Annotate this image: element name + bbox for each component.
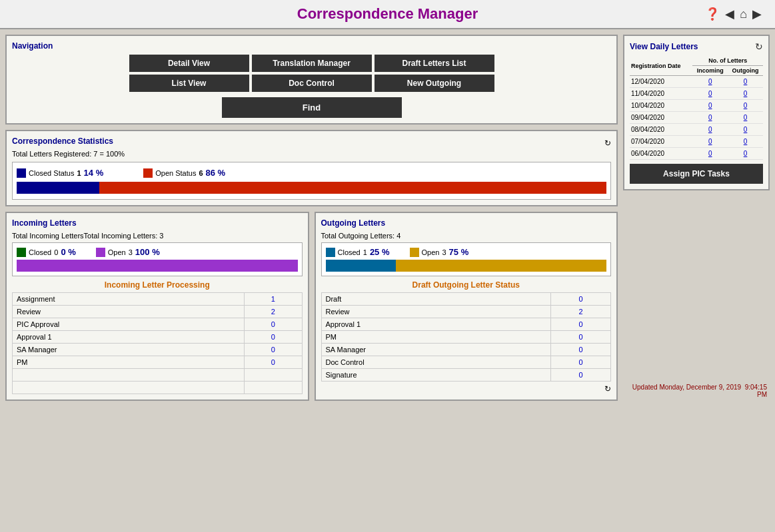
incoming-closed-count: 0: [54, 248, 58, 256]
outgoing-title: Outgoing Letters: [321, 218, 612, 228]
daily-table-header-row-1: Registration Date No. of Letters: [630, 56, 763, 66]
updated-text: Updated Monday, December 9, 2019 9:04:15…: [623, 381, 770, 401]
outgoing-refresh-icon[interactable]: ↻: [604, 384, 611, 394]
col-no-letters: No. of Letters: [692, 56, 763, 66]
detail-view-button[interactable]: Detail View: [129, 55, 249, 72]
daily-date: 08/04/2020: [630, 124, 692, 136]
doc-control-button[interactable]: Doc Control: [252, 75, 372, 92]
help-icon[interactable]: ❓: [705, 7, 720, 21]
incoming-row-empty: [13, 382, 303, 394]
daily-incoming[interactable]: 0: [692, 148, 728, 160]
incoming-row-empty: [13, 369, 303, 382]
stats-legend: Closed Status 1 14 % Open Status 6 86 %: [17, 168, 606, 178]
outgoing-row-label: Signature: [321, 369, 551, 382]
find-button[interactable]: Find: [222, 97, 402, 118]
incoming-row-value[interactable]: 1: [245, 293, 302, 306]
incoming-row-label: SA Manager: [13, 344, 245, 356]
draft-letters-list-button[interactable]: Draft Letters List: [375, 55, 494, 72]
outgoing-row-label: SA Manager: [321, 344, 551, 356]
daily-date: 12/04/2020: [630, 76, 692, 88]
statistics-section: Correspondence Statistics ↻ Total Letter…: [5, 130, 618, 206]
translation-manager-button[interactable]: Translation Manager: [252, 55, 372, 72]
daily-outgoing[interactable]: 0: [728, 76, 763, 88]
outgoing-total: Total Outgoing Letters: 4: [321, 232, 612, 240]
daily-table-row: 07/04/2020 0 0: [630, 136, 763, 148]
daily-outgoing[interactable]: 0: [728, 112, 763, 124]
outgoing-row-value[interactable]: 2: [551, 306, 611, 318]
outgoing-row: SA Manager 0: [321, 344, 611, 356]
incoming-processing-title: Incoming Letter Processing: [12, 280, 303, 290]
daily-incoming[interactable]: 0: [692, 112, 728, 124]
incoming-total-count: 3: [159, 232, 163, 240]
daily-incoming[interactable]: 0: [692, 100, 728, 112]
outgoing-open-pct: 75 %: [449, 247, 469, 257]
open-pct: 86 %: [206, 168, 226, 178]
updated-time: 9:04:15 PM: [745, 384, 767, 398]
outgoing-draft-title: Draft Outgoing Letter Status: [321, 280, 612, 290]
header-navigation: ❓ ◀ ⌂ ▶: [705, 7, 762, 21]
outgoing-closed-color: [326, 248, 335, 257]
new-outgoing-button[interactable]: New Outgoing: [375, 75, 494, 92]
incoming-row-value[interactable]: 0: [245, 331, 302, 344]
outgoing-closed-legend: Closed 1 25 %: [326, 247, 390, 257]
outgoing-row-value[interactable]: 0: [551, 331, 611, 344]
incoming-row: Review 2: [13, 306, 303, 318]
daily-date: 06/04/2020: [630, 148, 692, 160]
outgoing-letters-section: Outgoing Letters Total Outgoing Letters:…: [315, 212, 618, 401]
outgoing-row-label: Review: [321, 306, 551, 318]
statistics-refresh-icon[interactable]: ↻: [604, 138, 611, 148]
home-icon[interactable]: ⌂: [740, 7, 747, 21]
prev-icon[interactable]: ◀: [725, 7, 734, 21]
incoming-row-value[interactable]: 2: [245, 306, 302, 318]
incoming-row-value[interactable]: 0: [245, 318, 302, 331]
next-icon[interactable]: ▶: [752, 7, 762, 21]
daily-table-row: 06/04/2020 0 0: [630, 148, 763, 160]
assign-pic-tasks-button[interactable]: Assign PIC Tasks: [630, 164, 763, 184]
closed-legend: Closed Status 1 14 %: [17, 168, 103, 178]
incoming-closed-legend: Closed 0 0 %: [17, 247, 76, 257]
daily-incoming[interactable]: 0: [692, 136, 728, 148]
statistics-title: Correspondence Statistics: [12, 136, 113, 146]
incoming-row-value[interactable]: 0: [245, 344, 302, 356]
daily-refresh-icon[interactable]: ↻: [755, 41, 763, 52]
outgoing-row-label: Doc Control: [321, 356, 551, 369]
outgoing-open-label: Open: [422, 248, 440, 256]
incoming-open-legend: Open 3 100 %: [96, 247, 160, 257]
outgoing-row-value[interactable]: 0: [551, 318, 611, 331]
outgoing-row-value[interactable]: 0: [551, 369, 611, 382]
updated-date: Updated Monday, December 9, 2019: [632, 384, 741, 391]
open-legend: Open Status 6 86 %: [143, 168, 225, 178]
incoming-open-bar: [17, 260, 298, 272]
daily-outgoing[interactable]: 0: [728, 88, 763, 100]
closed-count: 1: [77, 169, 81, 177]
daily-outgoing[interactable]: 0: [728, 148, 763, 160]
incoming-row-value[interactable]: 0: [245, 356, 302, 369]
daily-letters-table: Registration Date No. of Letters Incomin…: [630, 56, 763, 160]
incoming-row-label: PIC Approval: [13, 318, 245, 331]
outgoing-bar: [326, 260, 607, 272]
daily-incoming[interactable]: 0: [692, 76, 728, 88]
outgoing-row-value[interactable]: 0: [551, 293, 611, 306]
bottom-panels: Incoming Letters Total Incoming LettersT…: [5, 212, 618, 401]
outgoing-chart: Closed 1 25 % Open 3 75 %: [321, 242, 612, 276]
stats-closed-bar: [17, 182, 99, 194]
incoming-row: PIC Approval 0: [13, 318, 303, 331]
daily-date: 11/04/2020: [630, 88, 692, 100]
incoming-row-label: Approval 1: [13, 331, 245, 344]
outgoing-row-value[interactable]: 0: [551, 344, 611, 356]
daily-incoming[interactable]: 0: [692, 88, 728, 100]
outgoing-row: PM 0: [321, 331, 611, 344]
incoming-title: Incoming Letters: [12, 218, 303, 228]
daily-outgoing[interactable]: 0: [728, 136, 763, 148]
closed-status-label: Closed Status: [29, 169, 74, 177]
outgoing-closed-label: Closed: [338, 248, 361, 256]
outgoing-row-label: Approval 1: [321, 318, 551, 331]
daily-outgoing[interactable]: 0: [728, 124, 763, 136]
stats-total-label: Total Letters Registered:: [12, 150, 91, 158]
left-panel: Navigation Detail View Translation Manag…: [5, 35, 618, 401]
outgoing-row-value[interactable]: 0: [551, 356, 611, 369]
daily-incoming[interactable]: 0: [692, 124, 728, 136]
daily-outgoing[interactable]: 0: [728, 100, 763, 112]
list-view-button[interactable]: List View: [129, 75, 249, 92]
outgoing-closed-count: 1: [363, 248, 367, 256]
